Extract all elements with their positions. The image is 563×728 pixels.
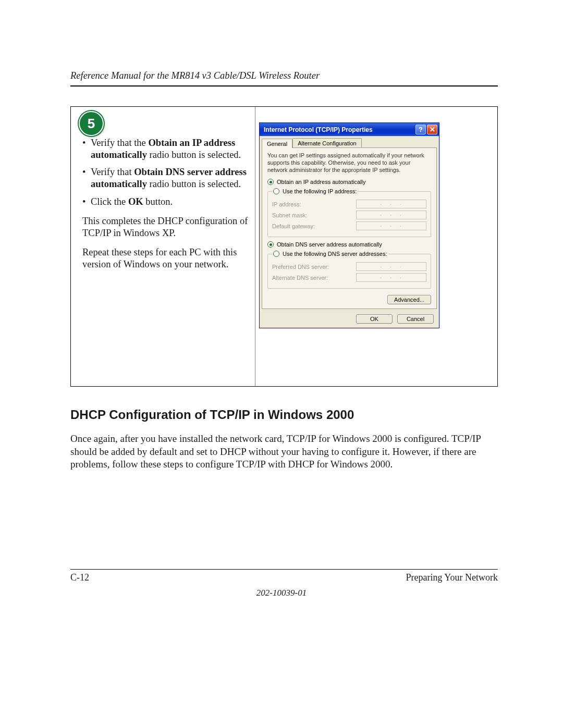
chapter-title: Preparing Your Network: [406, 572, 498, 583]
text-run: Verify that the: [91, 138, 148, 148]
document-page: Reference Manual for the MR814 v3 Cable/…: [0, 0, 563, 728]
text-run: radio button is selected.: [147, 150, 241, 160]
instruction-bullet-2: Verify that Obtain DNS server address au…: [82, 166, 252, 190]
radio-use-following-ip[interactable]: Use the following IP address:: [273, 188, 357, 194]
tab-panel-general: You can get IP settings assigned automat…: [262, 147, 437, 309]
cancel-button[interactable]: Cancel: [397, 314, 434, 324]
text-run: Click the: [91, 196, 128, 207]
header-rule: [70, 85, 498, 87]
dialog-title: Internet Protocol (TCP/IP) Properties: [264, 126, 415, 133]
tcpip-properties-dialog: Internet Protocol (TCP/IP) Properties ? …: [259, 122, 439, 328]
field-ip-address: IP address: ...: [272, 200, 426, 208]
radio-obtain-ip-automatically[interactable]: Obtain an IP address automatically: [267, 179, 431, 185]
field-label: IP address:: [272, 201, 301, 207]
ip-address-input[interactable]: ...: [356, 200, 426, 208]
field-alternate-dns: Alternate DNS server: ...: [272, 273, 426, 282]
radio-checked-icon: [267, 179, 274, 185]
page-number: C-12: [70, 572, 89, 583]
radio-label: Use the following IP address:: [283, 188, 357, 194]
radio-label: Use the following DNS server addresses:: [283, 251, 387, 257]
text-bold: OK: [128, 196, 143, 207]
tab-general[interactable]: General: [262, 139, 292, 148]
section-body: Once again, after you have installed the…: [70, 433, 498, 471]
text-run: button.: [143, 196, 173, 207]
dialog-info-text: You can get IP settings assigned automat…: [267, 152, 431, 174]
radio-checked-icon: [267, 241, 274, 248]
subnet-mask-input[interactable]: ...: [356, 211, 426, 219]
text-run: Verify that: [91, 167, 134, 177]
section-heading: DHCP Configuration of TCP/IP in Windows …: [70, 408, 498, 422]
ip-address-group: Use the following IP address: IP address…: [267, 188, 431, 237]
dns-server-group: Use the following DNS server addresses: …: [267, 251, 431, 289]
step-number-badge: 5: [79, 111, 104, 136]
tab-strip: General Alternate Configuration: [260, 136, 439, 147]
radio-unchecked-icon: [273, 251, 279, 257]
page-footer: C-12 Preparing Your Network: [70, 572, 498, 583]
field-label: Default gateway:: [272, 223, 315, 229]
field-preferred-dns: Preferred DNS server: ...: [272, 262, 426, 271]
field-default-gateway: Default gateway: ...: [272, 221, 426, 230]
step-block: 5 Verify that the Obtain an IP address a…: [70, 106, 498, 387]
footer-rule: [70, 569, 498, 570]
ok-button[interactable]: OK: [356, 314, 393, 324]
screenshot-column: Internet Protocol (TCP/IP) Properties ? …: [255, 107, 497, 386]
radio-label: Obtain DNS server address automatically: [277, 241, 382, 248]
field-label: Preferred DNS server:: [272, 264, 329, 270]
close-button[interactable]: ✕: [427, 125, 437, 134]
radio-label: Obtain an IP address automatically: [277, 179, 365, 185]
default-gateway-input[interactable]: ...: [356, 221, 426, 230]
radio-obtain-dns-automatically[interactable]: Obtain DNS server address automatically: [267, 241, 431, 248]
preferred-dns-input[interactable]: ...: [356, 262, 426, 271]
alternate-dns-input[interactable]: ...: [356, 273, 426, 282]
instruction-bullet-1: Verify that the Obtain an IP address aut…: [82, 137, 252, 161]
paragraph: Repeat these steps for each PC with this…: [82, 246, 252, 270]
advanced-button[interactable]: Advanced...: [387, 295, 431, 304]
field-subnet-mask: Subnet mask: ...: [272, 211, 426, 219]
field-label: Subnet mask:: [272, 212, 307, 218]
document-number: 202-10039-01: [0, 588, 563, 598]
step-text-column: 5 Verify that the Obtain an IP address a…: [71, 107, 255, 386]
dialog-titlebar[interactable]: Internet Protocol (TCP/IP) Properties ? …: [260, 123, 439, 136]
radio-use-following-dns[interactable]: Use the following DNS server addresses:: [273, 251, 387, 257]
radio-unchecked-icon: [273, 188, 279, 194]
text-run: radio button is selected.: [147, 179, 241, 189]
dialog-footer: OK Cancel: [260, 311, 439, 328]
help-button[interactable]: ?: [415, 125, 426, 134]
instruction-bullet-3: Click the OK button.: [82, 196, 252, 208]
paragraph: This completes the DHCP configuration of…: [82, 215, 252, 239]
running-header: Reference Manual for the MR814 v3 Cable/…: [70, 70, 498, 81]
tab-alternate-configuration[interactable]: Alternate Configuration: [292, 138, 362, 147]
field-label: Alternate DNS server:: [272, 275, 328, 281]
